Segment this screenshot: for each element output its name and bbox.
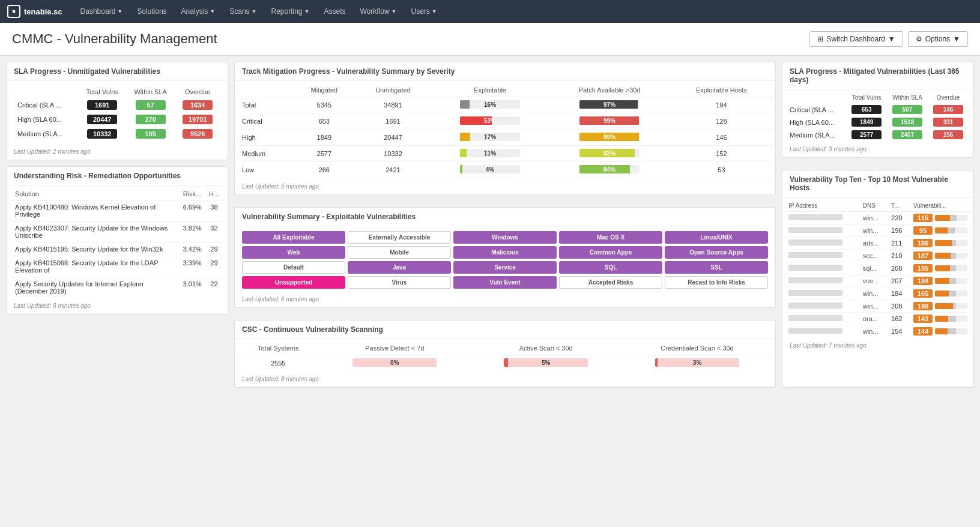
top-hosts-card: Vulnerability Top Ten - Top 10 Most Vuln… [782, 170, 974, 388]
left-column: SLA Progress - Unmitigated Vulnerabiliti… [6, 62, 228, 394]
remediation-row[interactable]: Apply KB4023307: Security Update for the… [11, 221, 223, 242]
csc-cred-bar: 3% [655, 358, 739, 367]
rem-col-risk: Risk... [180, 188, 205, 200]
host-dns-9: win... [859, 325, 888, 338]
exploit-btn-0[interactable]: All Exploitable [242, 231, 345, 244]
sla-high-label: High (SLA 60... [14, 112, 78, 127]
track-mitigation-body: Mitigated Unmitigated Exploitable Patch … [235, 81, 775, 181]
exploit-btn-7[interactable]: Malicious [453, 246, 557, 259]
host-row[interactable]: ads... 211 186 [785, 237, 971, 250]
exploit-btn-4[interactable]: Linux/UNIX [665, 231, 768, 244]
exploit-btn-16[interactable]: Virus [348, 276, 451, 289]
host-vuln-0: 115 [910, 212, 971, 224]
host-vuln-3: 187 [910, 250, 971, 262]
exploit-btn-13[interactable]: SQL [559, 261, 662, 274]
slam-high-total: 1849 [851, 118, 882, 127]
nav-workflow[interactable]: Workflow ▼ [354, 0, 402, 23]
nav-assets[interactable]: Assets [318, 0, 351, 23]
grid-icon: ⊞ [817, 35, 823, 43]
remediation-row[interactable]: Apply KB4100480: Windows Kernel Elevatio… [11, 200, 223, 221]
sla-col-within: Within SLA [126, 86, 175, 98]
exploit-btn-11[interactable]: Java [348, 261, 451, 274]
host-vuln-5: 184 [910, 275, 971, 288]
host-dns-2: ads... [859, 237, 888, 250]
nav-users[interactable]: Users ▼ [405, 0, 443, 23]
exploit-grid: All ExploitableExternally AccessibleWind… [235, 226, 775, 294]
host-vuln-9: 144 [910, 325, 971, 338]
top-hosts-title: Vulnerability Top Ten - Top 10 Most Vuln… [782, 170, 973, 197]
brand-logo[interactable]: ■ tenable.sc [7, 5, 62, 18]
mitig-col-exploitable: Exploitable [431, 83, 549, 97]
exploit-btn-1[interactable]: Externally Accessible [348, 231, 451, 244]
csc-total-value: 2555 [237, 355, 319, 372]
mitig-mitigated-1: 653 [293, 113, 355, 130]
host-row[interactable]: vce... 207 184 [785, 275, 971, 288]
rem-h-0: 38 [205, 200, 223, 221]
nav-solutions[interactable]: Solutions [131, 0, 172, 23]
host-ip-3 [785, 250, 859, 262]
rem-risk-3: 3.39% [180, 256, 205, 277]
mitig-exploit-bar-1: 53% [431, 113, 549, 130]
csc-title: CSC - Continuous Vulnerability Scanning [235, 321, 775, 339]
remediation-row[interactable]: Apply Security Updates for Internet Expl… [11, 277, 223, 298]
csc-col-passive: Passive Detect < 7d [319, 342, 470, 355]
remediation-table: Solution Risk... H... Apply KB4100480: W… [11, 188, 223, 298]
rem-h-2: 29 [205, 242, 223, 256]
mitigation-row: Critical 653 1691 53% 99% 128 [237, 113, 773, 130]
nav-scans[interactable]: Scans ▼ [223, 0, 262, 23]
host-row[interactable]: win... 208 198 [785, 300, 971, 313]
mitig-patch-bar-2: 99% [549, 130, 670, 146]
host-t-4: 208 [888, 262, 910, 275]
sla-critical-overdue: 1634 [183, 100, 213, 110]
exploit-btn-10[interactable]: Default [242, 261, 345, 274]
host-row[interactable]: sql... 208 185 [785, 262, 971, 275]
host-row[interactable]: win... 196 95 [785, 224, 971, 237]
exploit-btn-5[interactable]: Web [242, 246, 345, 259]
exploit-btn-12[interactable]: Service [453, 261, 557, 274]
options-button[interactable]: ⚙ Options ▼ [908, 31, 968, 47]
top-hosts-body: IP Address DNS T... Vulnerabili... win..… [782, 197, 973, 340]
track-mitigation-card: Track Mitigation Progress - Vulnerabilit… [234, 62, 776, 195]
users-arrow-icon: ▼ [432, 8, 437, 14]
host-row[interactable]: scc... 210 187 [785, 250, 971, 262]
host-row[interactable]: win... 220 115 [785, 212, 971, 224]
host-row[interactable]: win... 154 144 [785, 325, 971, 338]
host-dns-7: win... [859, 300, 888, 313]
page-title: CMMC - Vulnerability Management [12, 31, 217, 47]
nav-reporting[interactable]: Reporting ▼ [265, 0, 316, 23]
exploit-btn-14[interactable]: SSL [665, 261, 768, 274]
host-dns-8: ora... [859, 313, 888, 325]
slam-medium-total: 2577 [851, 130, 882, 139]
exploit-btn-3[interactable]: Mac OS X [559, 231, 662, 244]
sla-row-high: High (SLA 60... 20447 270 19701 [14, 112, 220, 127]
exploit-btn-18[interactable]: Accepted Risks [559, 276, 662, 289]
analysis-arrow-icon: ▼ [210, 8, 215, 14]
exploit-btn-2[interactable]: Windows [453, 231, 557, 244]
sla-progress-title: SLA Progress - Unmitigated Vulnerabiliti… [7, 62, 228, 81]
exploit-btn-6[interactable]: Mobile [348, 246, 451, 259]
exploit-btn-9[interactable]: Open Source Apps [665, 246, 768, 259]
host-row[interactable]: win... 184 165 [785, 288, 971, 300]
csc-body: Total Systems Passive Detect < 7d Active… [235, 339, 775, 373]
remediation-row[interactable]: Apply KB4015195: Security Update for the… [11, 242, 223, 256]
switch-dashboard-button[interactable]: ⊞ Switch Dashboard ▼ [809, 31, 903, 47]
rem-h-4: 22 [205, 277, 223, 298]
nav-dashboard[interactable]: Dashboard ▼ [74, 0, 129, 23]
sla-critical-label: Critical (SLA ... [14, 98, 78, 112]
exploit-btn-17[interactable]: Vuln Event [453, 276, 557, 289]
mitigation-row: Low 266 2421 4% 84% 53 [237, 162, 773, 178]
track-mitigation-footer: Last Updated: 5 minutes ago [235, 181, 775, 194]
scans-arrow-icon: ▼ [252, 8, 257, 14]
slam-row-high: High (SLA 60... 1849 1518 331 [787, 116, 969, 128]
exploit-btn-19[interactable]: Recast to Info Risks [665, 276, 768, 289]
host-row[interactable]: ora... 162 143 [785, 313, 971, 325]
exploit-btn-15[interactable]: Unsupported [242, 276, 345, 289]
exploit-btn-8[interactable]: Common Apps [559, 246, 662, 259]
host-vuln-1: 95 [910, 224, 971, 237]
sla-mitigated-footer: Last Updated: 3 minutes ago [782, 143, 973, 157]
mitig-unmitigated-4: 2421 [355, 162, 431, 178]
remediation-row[interactable]: Apply KB4015068: Security Update for the… [11, 256, 223, 277]
nav-analysis[interactable]: Analysis ▼ [175, 0, 222, 23]
csc-cred-pct: 3% [693, 360, 701, 366]
mitigation-table: Mitigated Unmitigated Exploitable Patch … [237, 83, 773, 178]
